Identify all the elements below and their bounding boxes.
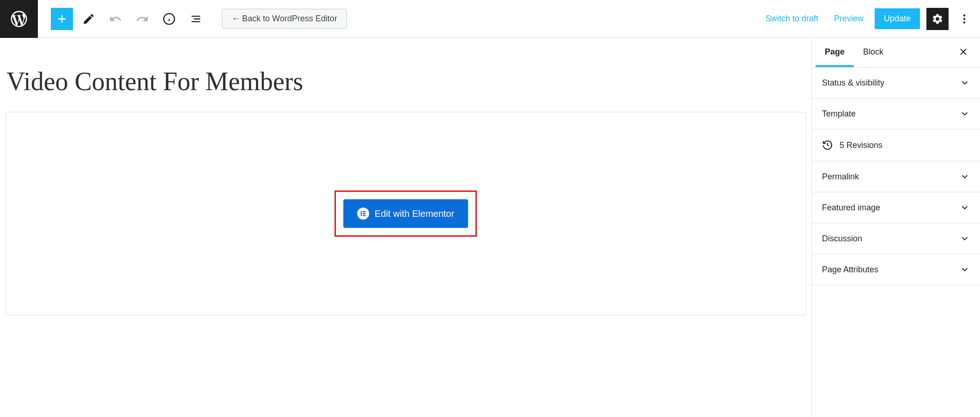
update-button[interactable]: Update — [875, 8, 920, 29]
settings-button[interactable] — [926, 8, 949, 30]
preview-button[interactable]: Preview — [829, 10, 868, 27]
panel-label: 5 Revisions — [840, 141, 883, 150]
editor-canvas: Edit with Elementor — [6, 112, 806, 315]
svg-rect-9 — [363, 215, 365, 216]
elementor-btn-label: Edit with Elementor — [375, 208, 454, 219]
add-block-button[interactable] — [51, 8, 73, 30]
redo-button[interactable] — [131, 8, 153, 30]
panel-label: Permalink — [822, 172, 859, 182]
more-options-button[interactable] — [955, 8, 974, 30]
panel-page-attributes[interactable]: Page Attributes — [812, 254, 980, 285]
content-area: Video Content For Members Edit with Elem… — [0, 38, 811, 417]
chevron-down-icon — [960, 264, 970, 275]
edit-with-elementor-button[interactable]: Edit with Elementor — [343, 199, 468, 228]
panel-featured-image[interactable]: Featured image — [812, 192, 980, 223]
wordpress-logo[interactable] — [0, 0, 38, 38]
toolbar-left: ← Back to WordPress Editor — [38, 8, 347, 30]
history-icon — [822, 140, 833, 151]
list-view-button[interactable] — [185, 8, 207, 30]
pencil-icon — [82, 12, 95, 25]
list-icon — [189, 12, 202, 25]
undo-button[interactable] — [104, 8, 127, 30]
main-layout: Video Content For Members Edit with Elem… — [0, 38, 980, 417]
panel-template[interactable]: Template — [812, 98, 980, 129]
vertical-dots-icon — [958, 13, 970, 25]
svg-rect-7 — [363, 211, 365, 212]
panel-revisions[interactable]: 5 Revisions — [812, 129, 980, 161]
page-title[interactable]: Video Content For Members — [6, 67, 806, 96]
panel-status-visibility[interactable]: Status & visibility — [812, 67, 980, 98]
tab-block[interactable]: Block — [854, 38, 893, 67]
chevron-down-icon — [960, 78, 970, 88]
svg-point-4 — [963, 18, 965, 19]
info-button[interactable] — [158, 8, 180, 30]
top-toolbar: ← Back to WordPress Editor Switch to dra… — [0, 0, 980, 38]
panel-discussion[interactable]: Discussion — [812, 223, 980, 254]
plus-icon — [55, 12, 68, 25]
panel-permalink[interactable]: Permalink — [812, 161, 980, 192]
panel-label: Status & visibility — [822, 78, 884, 88]
toolbar-right: Switch to draft Preview Update — [761, 8, 980, 30]
chevron-down-icon — [960, 202, 970, 213]
svg-rect-8 — [363, 213, 365, 214]
close-icon — [958, 46, 969, 57]
tab-page[interactable]: Page — [816, 38, 854, 67]
wordpress-icon — [9, 9, 29, 29]
switch-to-draft-button[interactable]: Switch to draft — [761, 10, 823, 27]
elementor-icon — [357, 208, 369, 220]
gear-icon — [931, 13, 943, 25]
chevron-down-icon — [960, 109, 970, 119]
redo-icon — [136, 12, 149, 25]
sidebar-tabs: Page Block — [812, 38, 980, 67]
panel-label: Template — [822, 109, 856, 119]
back-to-wp-editor-button[interactable]: ← Back to WordPress Editor — [222, 9, 347, 29]
svg-rect-6 — [361, 211, 362, 216]
info-icon — [163, 12, 176, 25]
svg-point-5 — [963, 21, 965, 23]
elementor-highlight-box: Edit with Elementor — [335, 190, 477, 237]
settings-sidebar: Page Block Status & visibility Template — [811, 38, 980, 417]
panel-label: Featured image — [822, 203, 880, 213]
chevron-down-icon — [960, 233, 970, 244]
close-sidebar-button[interactable] — [950, 41, 976, 64]
chevron-down-icon — [960, 172, 970, 182]
undo-icon — [109, 12, 122, 25]
edit-tool-button[interactable] — [78, 8, 100, 30]
panel-label: Discussion — [822, 234, 862, 244]
svg-point-3 — [963, 14, 965, 16]
panel-label: Page Attributes — [822, 265, 878, 275]
